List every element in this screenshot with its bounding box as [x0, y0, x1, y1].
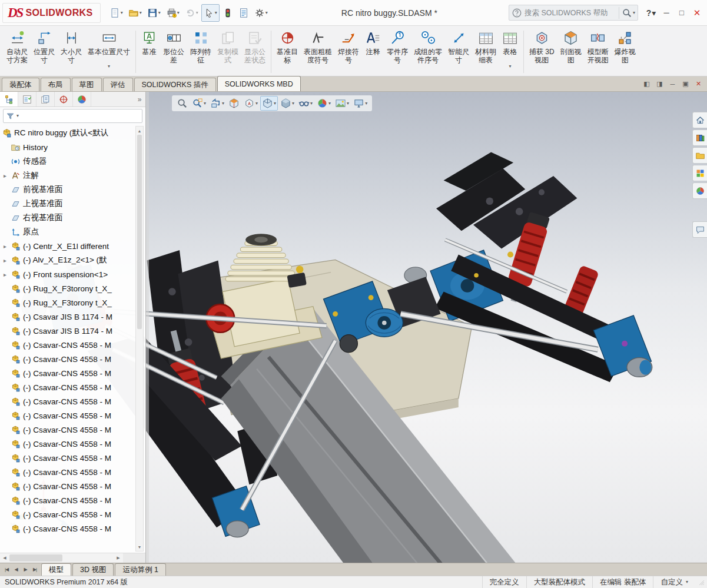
displaymanager-tab[interactable]: [73, 92, 91, 107]
view-settings-button[interactable]: ▾: [351, 96, 369, 111]
tab-motion-study-1[interactable]: 运动算例 1: [115, 563, 165, 576]
tree-item[interactable]: (-) Csavar-CNS 4558 - M: [0, 380, 145, 394]
tree-item[interactable]: ▸(-) Centr_X_E1l different: [0, 239, 145, 253]
tree-item[interactable]: (-) Csavar-CNS 4558 - M: [0, 479, 145, 493]
panel-splitter[interactable]: [146, 92, 149, 563]
expand-arrow-icon[interactable]: ▸: [2, 172, 8, 179]
tree-item[interactable]: (-) Csavar-CNS 4558 - M: [0, 394, 145, 408]
search-button[interactable]: ▾: [619, 7, 635, 19]
file-properties-button[interactable]: [236, 4, 251, 22]
model-break-view-button[interactable]: 模型断 开视图: [585, 28, 612, 76]
scroll-first-button[interactable]: |◀: [2, 565, 11, 574]
scrollbar-track[interactable]: [62, 553, 114, 563]
view-orientation-button[interactable]: ▾: [260, 96, 278, 111]
open-document-button[interactable]: ▾: [126, 4, 144, 22]
configurationmanager-tab[interactable]: [36, 92, 55, 107]
select-tool-button[interactable]: ▾: [201, 4, 220, 22]
tab-sketch[interactable]: 草图: [72, 78, 102, 91]
solidworks-forum-button[interactable]: [692, 221, 707, 238]
capture-3d-view-button[interactable]: 捕获 3D 视图: [526, 28, 557, 76]
geometric-tolerance-button[interactable]: 形位公 差: [160, 28, 187, 76]
scroll-prev-button[interactable]: ◀: [11, 565, 21, 574]
tree-item[interactable]: (-) Csavar-CNS 4558 - M: [0, 423, 145, 437]
tree-item[interactable]: History: [0, 140, 145, 154]
customize[interactable]: 自定义▾: [653, 576, 695, 588]
pattern-feature-button[interactable]: 阵列特 征: [187, 28, 214, 76]
tab-evaluate[interactable]: 评估: [103, 78, 133, 91]
tree-item[interactable]: ▸注解: [0, 168, 145, 182]
tree-item[interactable]: (-) Csavar-CNS 4558 - M: [0, 437, 145, 451]
tree-item[interactable]: ▸(-) Alv_X_E1z_2<1> (默: [0, 253, 145, 267]
tree-item[interactable]: ▸(-) Front suspension<1>: [0, 267, 145, 281]
scroll-up-icon[interactable]: ▲: [136, 127, 143, 135]
tab-model[interactable]: 模型: [41, 563, 71, 576]
smart-dimension-button[interactable]: 智能尺 寸: [445, 28, 472, 76]
note-button[interactable]: 注释: [362, 28, 384, 76]
close-button[interactable]: ✕: [689, 5, 705, 21]
edit-appearance-button[interactable]: ▾: [315, 96, 333, 111]
exploded-view-button[interactable]: 爆炸视 图: [612, 28, 639, 76]
size-dimension-button[interactable]: 大小尺 寸: [58, 28, 85, 76]
surface-finish-button[interactable]: 表面粗糙 度符号: [301, 28, 335, 76]
print-button[interactable]: ▾: [164, 4, 182, 22]
options-button[interactable]: ▾: [252, 4, 270, 22]
location-dimension-button[interactable]: 位置尺 寸: [31, 28, 58, 76]
tree-item[interactable]: (-) Rug_X_F3torony t_X_: [0, 295, 145, 310]
expand-arrow-icon[interactable]: ▸: [2, 257, 8, 264]
scroll-down-icon[interactable]: ▼: [136, 543, 143, 551]
tree-item[interactable]: (-) Csavar-CNS 4558 - M: [0, 465, 145, 479]
save-button[interactable]: ▾: [145, 4, 163, 22]
propertymanager-tab[interactable]: [18, 92, 36, 107]
featuremanager-tab[interactable]: [0, 92, 18, 107]
expand-arrow-icon[interactable]: ▸: [2, 271, 8, 278]
restore-document-button[interactable]: ▣: [680, 79, 691, 89]
datum-target-button[interactable]: 基准目 标: [274, 28, 301, 76]
scroll-next-button[interactable]: ▶: [21, 565, 30, 574]
balloon-button[interactable]: 零件序 号: [384, 28, 411, 76]
zoom-to-area-button[interactable]: ▾: [190, 96, 208, 111]
scrollbar-thumb[interactable]: [137, 135, 142, 329]
hide-show-items-button[interactable]: ▾: [297, 96, 314, 111]
auto-balloon-button[interactable]: 成组的零 件序号: [411, 28, 445, 76]
tree-item[interactable]: (-) Rug_X_F3torony t_X_: [0, 281, 145, 295]
home-button[interactable]: [692, 112, 707, 128]
tree-item[interactable]: (-) Csavar-CNS 4558 - M: [0, 493, 145, 507]
tree-item[interactable]: (-) Csavar-CNS 4558 - M: [0, 507, 145, 521]
tree-item[interactable]: (-) Csavar-CNS 4558 - M: [0, 408, 145, 423]
scrollbar-thumb[interactable]: [9, 554, 62, 562]
tree-horizontal-scrollbar[interactable]: ◀ ▶: [0, 553, 145, 563]
auto-dimension-scheme-button[interactable]: 自动尺 寸方案: [4, 28, 31, 76]
tree-item[interactable]: (-) Csavar-CNS 4558 - M: [0, 366, 145, 380]
tab-solidworks-mbd[interactable]: SOLIDWORKS MBD: [217, 76, 301, 91]
tree-item[interactable]: (-) Csavar-CNS 4558 - M: [0, 451, 145, 465]
tab-3d-views[interactable]: 3D 视图: [72, 563, 114, 576]
tile-right-button[interactable]: ◨: [654, 79, 665, 89]
tree-item[interactable]: (-) Csavar JIS B 1174 - M: [0, 310, 145, 324]
section-view-button[interactable]: 剖面视 图: [557, 28, 585, 76]
tree-item[interactable]: RC nitro buggy (默认<默认: [0, 126, 145, 140]
dynamic-annotation-views-button[interactable]: ▾: [242, 96, 260, 111]
file-explorer-button[interactable]: [692, 147, 707, 164]
tree-item[interactable]: (-) Csavar JIS B 1174 - M: [0, 324, 145, 338]
close-document-button[interactable]: ✕: [693, 79, 704, 89]
datum-button[interactable]: 基准: [138, 28, 160, 76]
scrollbar-track[interactable]: [136, 329, 143, 543]
view-palette-button[interactable]: [692, 165, 707, 181]
solidworks-menu-button[interactable]: DS SOLIDWORKS: [2, 3, 101, 23]
tree-item[interactable]: 传感器: [0, 154, 145, 168]
tree-vertical-scrollbar[interactable]: ▲ ▼: [135, 126, 144, 552]
section-view-hud-button[interactable]: [227, 96, 241, 111]
new-document-button[interactable]: ▾: [107, 4, 125, 22]
undo-button[interactable]: ▾: [182, 4, 201, 22]
scroll-left-icon[interactable]: ◀: [0, 553, 9, 563]
minimize-document-button[interactable]: ─: [667, 79, 678, 89]
tree-item[interactable]: 上视基准面: [0, 197, 145, 211]
tree-filter[interactable]: ▾: [3, 109, 142, 123]
tree-item[interactable]: (-) Csavar-CNS 4558 - M: [0, 338, 145, 352]
basic-location-dimension-button[interactable]: 基本位置尺寸▾: [85, 28, 133, 76]
tab-layout[interactable]: 布局: [41, 78, 71, 91]
appearances-scenes-button[interactable]: [692, 182, 707, 199]
rebuild-button[interactable]: [220, 4, 235, 22]
table-button[interactable]: 表格▾: [499, 28, 521, 76]
maximize-button[interactable]: □: [674, 5, 689, 21]
